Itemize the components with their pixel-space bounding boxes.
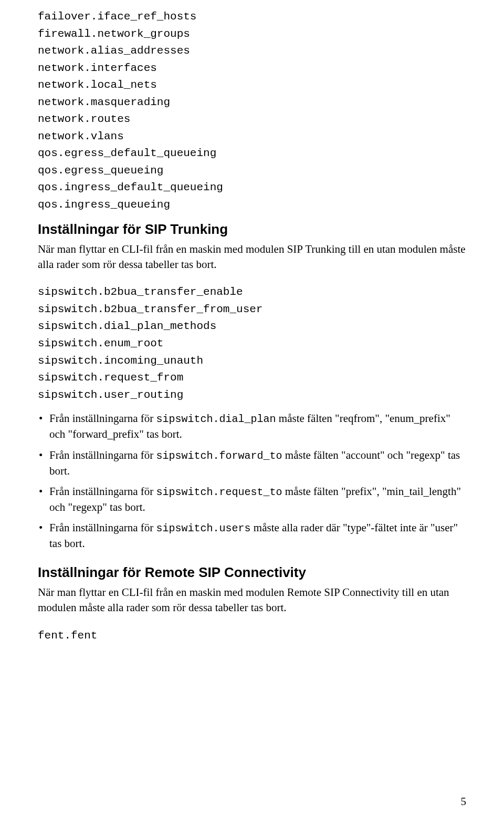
list-item-pre: Från inställningarna för <box>49 412 156 425</box>
bullet-list: Från inställningarna för sipswitch.dial_… <box>38 411 466 552</box>
code-block-fent: fent.fent <box>38 627 466 645</box>
list-item-pre: Från inställningarna för <box>49 485 156 498</box>
list-item: Från inställningarna för sipswitch.users… <box>38 520 466 551</box>
code-block-network: failover.iface_ref_hosts firewall.networ… <box>38 8 466 214</box>
paragraph-remote-sip: När man flyttar en CLI-fil från en maski… <box>38 585 466 616</box>
list-item: Från inställningarna för sipswitch.reque… <box>38 484 466 515</box>
list-item-pre: Från inställningarna för <box>49 521 156 534</box>
heading-sip-trunking: Inställningar för SIP Trunking <box>38 221 466 238</box>
list-item: Från inställningarna för sipswitch.forwa… <box>38 448 466 479</box>
list-item-code: sipswitch.users <box>156 522 251 534</box>
list-item: Från inställningarna för sipswitch.dial_… <box>38 411 466 442</box>
page-number: 5 <box>461 795 467 808</box>
code-block-sipswitch: sipswitch.b2bua_transfer_enable sipswitc… <box>38 284 466 404</box>
list-item-code: sipswitch.forward_to <box>156 450 282 462</box>
list-item-pre: Från inställningarna för <box>49 449 156 461</box>
paragraph-sip-trunking: När man flyttar en CLI-fil från en maski… <box>38 242 466 273</box>
list-item-code: sipswitch.dial_plan <box>156 413 276 425</box>
list-item-code: sipswitch.request_to <box>156 486 282 498</box>
heading-remote-sip: Inställningar för Remote SIP Connectivit… <box>38 564 466 581</box>
